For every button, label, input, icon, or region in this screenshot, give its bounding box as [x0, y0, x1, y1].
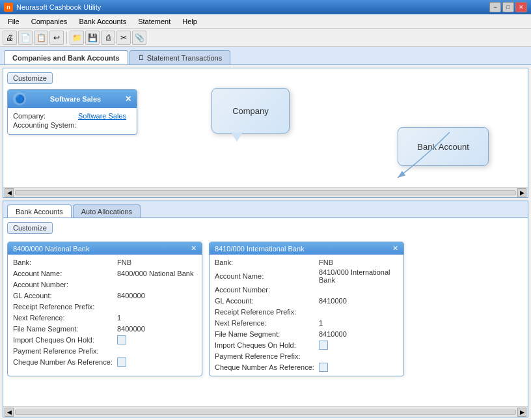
- bank2-checkbox-7[interactable]: [319, 341, 328, 350]
- menu-bank-accounts[interactable]: Bank Accounts: [74, 16, 131, 27]
- bank2-row-6: File Name Segment: 8410000: [215, 329, 398, 339]
- bank1-checkbox-9[interactable]: [117, 357, 126, 367]
- bank2-row-2: Account Number:: [215, 285, 398, 295]
- tab-bank-accounts[interactable]: Bank Accounts: [7, 204, 72, 217]
- company-value-company[interactable]: Software Sales: [78, 112, 126, 120]
- maximize-button[interactable]: □: [502, 2, 514, 12]
- bank1-val-6: 8400000: [117, 325, 145, 333]
- bank-card-2-title: 8410/000 International Bank: [215, 245, 305, 253]
- toolbar-export[interactable]: ⎙: [101, 31, 115, 45]
- bank1-row-1: Account Name: 8400/000 National Bank: [13, 268, 197, 279]
- main-content: Companies and Bank Accounts 🗒 Statement …: [0, 47, 531, 420]
- bank2-val-1: 8410/000 International Bank: [319, 268, 398, 284]
- company-row-company: Company: Software Sales: [13, 112, 131, 120]
- callout-company-label: Company: [232, 106, 269, 116]
- callout-company: Company: [211, 88, 290, 133]
- close-button[interactable]: ✕: [515, 2, 527, 12]
- tab-statement-transactions[interactable]: 🗒 Statement Transactions: [129, 50, 231, 64]
- menu-companies[interactable]: Companies: [26, 16, 73, 27]
- panels-area: Companies and Bank Accounts 🗒 Statement …: [0, 47, 531, 420]
- bank2-row-5: Next Reference: 1: [215, 318, 398, 328]
- top-customize-button[interactable]: Customize: [7, 72, 53, 84]
- menu-bar: File Companies Bank Accounts Statement H…: [0, 14, 531, 29]
- bank-card-1-close[interactable]: ✕: [191, 244, 197, 253]
- company-card-header: 🔵 Software Sales ✕: [8, 90, 137, 108]
- top-section-inner: Customize 🔵 Software Sales ✕ Company: So…: [3, 68, 528, 197]
- bottom-customize-button[interactable]: Customize: [7, 222, 53, 234]
- top-tab-bar: Companies and Bank Accounts 🗒 Statement …: [0, 47, 531, 65]
- bank1-val-3: 8400000: [117, 292, 145, 300]
- bank-cards-row: 8400/000 National Bank ✕ Bank: FNB Accou…: [7, 242, 524, 376]
- company-label-company: Company:: [13, 112, 78, 120]
- bank-card-2-close[interactable]: ✕: [392, 244, 398, 253]
- toolbar-print[interactable]: 🖨: [3, 31, 17, 45]
- bank1-row-6: File Name Segment: 8400000: [13, 324, 197, 334]
- hscroll-left[interactable]: ◀: [5, 188, 14, 197]
- tab-auto-allocations-label: Auto Allocations: [81, 208, 132, 216]
- bank1-row-5: Next Reference: 1: [13, 313, 197, 323]
- toolbar-open[interactable]: 📁: [70, 31, 84, 45]
- toolbar-cut[interactable]: ✂: [116, 31, 131, 45]
- window-title: Neurasoft Cashbook Utility: [16, 3, 101, 11]
- bank1-row-7: Import Cheques On Hold:: [13, 335, 197, 345]
- tab-companies-label: Companies and Bank Accounts: [12, 54, 120, 62]
- bank2-val-0: FNB: [319, 259, 333, 266]
- bank2-val-5: 1: [319, 319, 323, 327]
- bank1-val-1: 8400/000 National Bank: [117, 270, 193, 277]
- bank-card-1-title: 8400/000 National Bank: [13, 245, 89, 253]
- bank2-row-1: Account Name: 8410/000 International Ban…: [215, 268, 398, 284]
- bank-card-1-body: Bank: FNB Account Name: 8400/000 Nationa…: [8, 255, 202, 371]
- company-row-accounting: Accounting System:: [13, 121, 131, 129]
- bank1-row-3: GL Account: 8400000: [13, 290, 197, 301]
- company-card-title: Software Sales: [50, 95, 101, 103]
- bottom-tab-bar: Bank Accounts Auto Allocations: [3, 201, 528, 218]
- bank-card-2: 8410/000 International Bank ✕ Bank: FNB …: [209, 242, 404, 376]
- tab-companies-bank-accounts[interactable]: Companies and Bank Accounts: [4, 50, 128, 64]
- statement-tab-icon: 🗒: [138, 54, 144, 61]
- bank1-checkbox-7[interactable]: [117, 335, 126, 344]
- top-section-panel: Customize 🔵 Software Sales ✕ Company: So…: [3, 68, 528, 198]
- minimize-button[interactable]: −: [489, 2, 501, 12]
- app-icon: n: [4, 3, 13, 12]
- bank-card-1-header: 8400/000 National Bank ✕: [8, 242, 202, 255]
- bank-card-1: 8400/000 National Bank ✕ Bank: FNB Accou…: [7, 242, 202, 376]
- bank1-row-2: Account Number:: [13, 279, 197, 290]
- bottom-hscroll-right[interactable]: ▶: [517, 408, 526, 417]
- menu-statement[interactable]: Statement: [133, 16, 176, 27]
- tab-bank-accounts-label: Bank Accounts: [16, 208, 63, 216]
- bottom-hscroll-left[interactable]: ◀: [5, 408, 14, 417]
- hscroll-right[interactable]: ▶: [517, 188, 526, 197]
- bank-card-2-header: 8410/000 International Bank ✕: [210, 242, 403, 255]
- bank1-row-4: Receipt Reference Prefix:: [13, 301, 197, 312]
- hscroll-track[interactable]: [15, 190, 516, 195]
- bank2-checkbox-9[interactable]: [319, 363, 328, 372]
- company-card-body: Company: Software Sales Accounting Syste…: [8, 108, 137, 134]
- bank1-val-5: 1: [117, 314, 121, 322]
- bank1-row-8: Payment Reference Prefix:: [13, 346, 197, 356]
- tab-auto-allocations[interactable]: Auto Allocations: [73, 204, 141, 217]
- company-card-close[interactable]: ✕: [125, 94, 131, 104]
- toolbar-new[interactable]: 📄: [18, 31, 33, 45]
- bottom-content: Customize 8400/000 National Bank ✕ Bank:…: [3, 218, 528, 406]
- bottom-hscroll: ◀ ▶: [3, 406, 528, 417]
- tab-statement-label: Statement Transactions: [147, 54, 223, 62]
- bank2-val-6: 8410000: [319, 330, 347, 338]
- toolbar-paste[interactable]: 📎: [132, 31, 146, 45]
- bank1-row-9: Cheque Number As Reference:: [13, 357, 197, 367]
- bottom-hscroll-track[interactable]: [15, 410, 516, 415]
- toolbar-save[interactable]: 💾: [85, 31, 100, 45]
- toolbar: 🖨 📄 📋 ↩ 📁 💾 ⎙ ✂ 📎: [0, 29, 531, 47]
- company-card-icon: 🔵: [13, 92, 26, 105]
- bank2-val-3: 8410000: [319, 297, 347, 305]
- bank2-row-0: Bank: FNB: [215, 257, 398, 268]
- toolbar-undo[interactable]: ↩: [49, 31, 64, 45]
- bank-arrow-svg: [385, 126, 476, 184]
- bank2-row-9: Cheque Number As Reference:: [215, 362, 398, 372]
- menu-file[interactable]: File: [3, 16, 25, 27]
- window-controls: − □ ✕: [489, 2, 527, 12]
- bank2-row-3: GL Account: 8410000: [215, 296, 398, 306]
- bank1-row-0: Bank: FNB: [13, 257, 197, 268]
- menu-help[interactable]: Help: [177, 16, 202, 27]
- top-hscroll: ◀ ▶: [3, 187, 528, 197]
- toolbar-copy[interactable]: 📋: [34, 31, 48, 45]
